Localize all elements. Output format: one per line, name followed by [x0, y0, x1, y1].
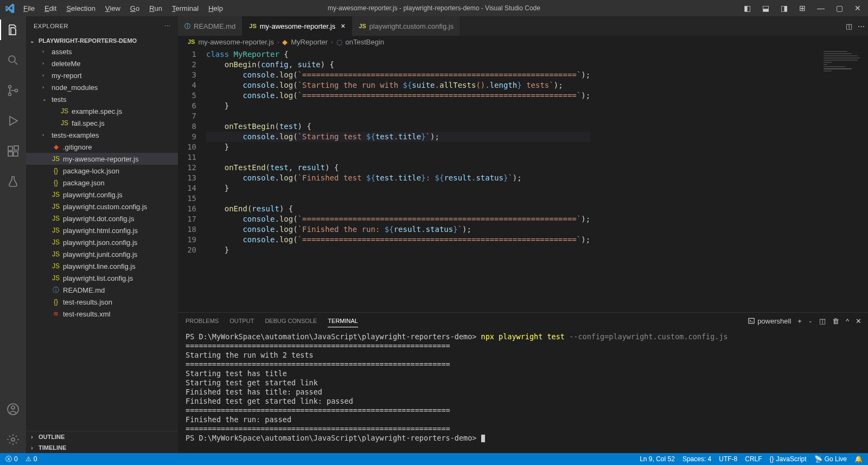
language-mode[interactable]: {} JavaScript	[770, 455, 807, 463]
timeline-section[interactable]: ›TIMELINE	[26, 442, 178, 453]
file-icon: ⓘ	[184, 22, 190, 30]
layout-custom-icon[interactable]: ⊞	[796, 4, 808, 12]
file-package-lock.json[interactable]: {}package-lock.json	[26, 165, 178, 177]
menu-file[interactable]: File	[19, 2, 39, 15]
panel-tab-problems[interactable]: PROBLEMS	[186, 315, 219, 327]
file-playwright.custom.config.js[interactable]: JSplaywright.custom.config.js	[26, 201, 178, 212]
window-maximize-icon[interactable]: ▢	[833, 4, 845, 12]
file-package.json[interactable]: {}package.json	[26, 177, 178, 189]
terminal-shell-selector[interactable]: powershell	[748, 317, 791, 325]
breadcrumbs[interactable]: JS my-awesome-reporter.js › ◆ MyReporter…	[178, 36, 868, 48]
split-terminal-icon[interactable]: ◫	[819, 317, 826, 325]
folder-deleteMe[interactable]: ›deleteMe	[26, 57, 178, 69]
explorer-icon[interactable]	[0, 20, 26, 40]
layout-panel-icon[interactable]: ⬓	[760, 4, 771, 12]
window-minimize-icon[interactable]: —	[815, 4, 827, 12]
chevron-right-icon: ›	[28, 445, 36, 451]
indent-setting[interactable]: Spaces: 4	[682, 455, 711, 463]
menu-run[interactable]: Run	[145, 2, 167, 15]
chevron-icon: ›	[42, 61, 49, 66]
chevron-icon: ›	[42, 49, 49, 54]
panel-tab-output[interactable]: OUTPUT	[229, 315, 254, 327]
file-playwright.html.config.js[interactable]: JSplaywright.html.config.js	[26, 224, 178, 236]
folder-assets[interactable]: ›assets	[26, 46, 178, 57]
warnings-count[interactable]: ⚠ 0	[25, 455, 37, 463]
settings-gear-icon[interactable]	[0, 429, 26, 450]
panel-tab-debug-console[interactable]: DEBUG CONSOLE	[265, 315, 317, 327]
panel-tab-terminal[interactable]: TERMINAL	[328, 315, 358, 327]
method-icon: ◌	[336, 38, 342, 46]
file-playwright.json.config.js[interactable]: JSplaywright.json.config.js	[26, 236, 178, 248]
close-panel-icon[interactable]: ✕	[856, 317, 861, 325]
source-control-icon[interactable]	[0, 80, 26, 101]
svg-point-0	[9, 56, 15, 62]
layout-sidebar-right-icon[interactable]: ◨	[778, 4, 790, 12]
errors-count[interactable]: ⓧ 0	[5, 455, 18, 464]
file-icon: ◆	[52, 143, 60, 151]
file-playwright.list.config.js[interactable]: JSplaywright.list.config.js	[26, 272, 178, 284]
file-playwright.line.config.js[interactable]: JSplaywright.line.config.js	[26, 260, 178, 272]
file-icon: JS	[52, 227, 60, 234]
window-close-icon[interactable]: ✕	[852, 4, 864, 12]
tab-playwright.custom.config.js[interactable]: JSplaywright.custom.config.js	[352, 16, 461, 36]
breadcrumb-class[interactable]: MyReporter	[291, 38, 328, 46]
extensions-icon[interactable]	[0, 141, 26, 162]
accounts-icon[interactable]	[0, 399, 26, 419]
folder-tests-examples[interactable]: ›tests-examples	[26, 129, 178, 141]
file-playwright.junit.config.js[interactable]: JSplaywright.junit.config.js	[26, 248, 178, 260]
tab-more-icon[interactable]: ⋯	[858, 22, 865, 30]
file-test-results.xml[interactable]: ≋test-results.xml	[26, 308, 178, 320]
run-debug-icon[interactable]	[0, 111, 26, 131]
project-section-header[interactable]: ⌄ PLAYWRIGHT-REPORTERS-DEMO	[26, 36, 178, 46]
tab-README.md[interactable]: ⓘREADME.md	[178, 16, 242, 36]
code-editor[interactable]: 1234567891011121314151617181920 class My…	[178, 48, 868, 312]
eol[interactable]: CRLF	[745, 455, 762, 463]
file-README.md[interactable]: ⓘREADME.md	[26, 284, 178, 296]
outline-section[interactable]: ›OUTLINE	[26, 431, 178, 442]
minimap[interactable]	[819, 48, 868, 312]
tab-my-awesome-reporter.js[interactable]: JSmy-awesome-reporter.js×	[242, 16, 352, 36]
more-icon[interactable]: ⋯	[164, 23, 171, 30]
menu-selection[interactable]: Selection	[62, 2, 99, 15]
folder-tests[interactable]: ⌄tests	[26, 93, 178, 105]
close-tab-icon[interactable]: ×	[341, 22, 345, 30]
code-content[interactable]: class MyReporter { onBegin(config, suite…	[206, 48, 590, 312]
file-playwright.config.js[interactable]: JSplaywright.config.js	[26, 189, 178, 201]
split-editor-icon[interactable]: ◫	[846, 22, 852, 30]
file-icon: JS	[52, 215, 60, 222]
menu-terminal[interactable]: Terminal	[168, 2, 203, 15]
breadcrumb-file[interactable]: my-awesome-reporter.js	[198, 38, 273, 46]
file-playwright.dot.config.js[interactable]: JSplaywright.dot.config.js	[26, 212, 178, 224]
encoding[interactable]: UTF-8	[719, 455, 737, 463]
menu-help[interactable]: Help	[204, 2, 227, 15]
kill-terminal-icon[interactable]: 🗑	[832, 317, 839, 325]
file-test-results.json[interactable]: {}test-results.json	[26, 296, 178, 308]
file-icon: {}	[52, 298, 60, 306]
menu-edit[interactable]: Edit	[40, 2, 61, 15]
activity-bar	[0, 16, 26, 453]
menu-go[interactable]: Go	[126, 2, 144, 15]
file-icon: JS	[52, 203, 60, 210]
maximize-panel-icon[interactable]: ^	[846, 317, 849, 325]
chevron-icon: ›	[42, 85, 49, 90]
terminal-chevron-icon[interactable]: ⌄	[808, 318, 813, 324]
chevron-icon: ⌄	[42, 96, 49, 102]
file-my-awesome-reporter.js[interactable]: JSmy-awesome-reporter.js	[26, 153, 178, 165]
testing-icon[interactable]	[0, 171, 26, 192]
layout-toggle-icon[interactable]: ◧	[741, 4, 753, 12]
cursor-position[interactable]: Ln 9, Col 52	[640, 455, 675, 463]
breadcrumb-method[interactable]: onTestBegin	[346, 38, 385, 46]
menu-view[interactable]: View	[101, 2, 125, 15]
folder-my-report[interactable]: ›my-report	[26, 69, 178, 81]
go-live[interactable]: 📡 Go Live	[814, 455, 847, 463]
file-example.spec.js[interactable]: JSexample.spec.js	[26, 105, 178, 117]
new-terminal-icon[interactable]: +	[797, 317, 802, 325]
terminal-output[interactable]: PS D:\MyWorkSpace\automation\JavaScript\…	[178, 329, 868, 453]
file-icon: ⓘ	[52, 286, 60, 295]
svg-point-2	[9, 93, 11, 96]
notifications-icon[interactable]: 🔔	[854, 455, 863, 463]
file-fail.spec.js[interactable]: JSfail.spec.js	[26, 117, 178, 129]
search-icon[interactable]	[0, 50, 26, 70]
folder-node_modules[interactable]: ›node_modules	[26, 81, 178, 93]
file-.gitignore[interactable]: ◆.gitignore	[26, 141, 178, 153]
